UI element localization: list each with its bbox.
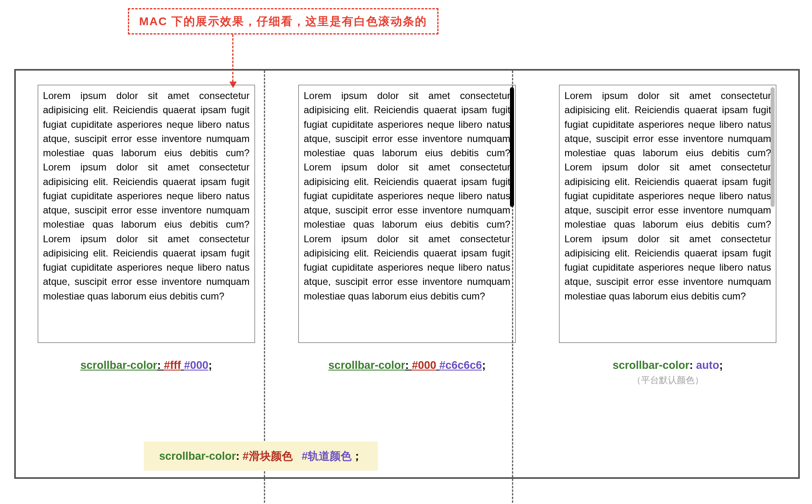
demo-text: Lorem ipsum dolor sit amet consectetur a… (43, 88, 250, 339)
scrollbar-thumb-icon[interactable] (771, 87, 775, 207)
scroll-demo-box[interactable]: Lorem ipsum dolor sit amet consectetur a… (559, 85, 776, 343)
css-label: scrollbar-color: #000 #c6c6c6; (328, 359, 486, 372)
demo-column-1: Lorem ipsum dolor sit amet consectetur a… (16, 71, 276, 477)
colon: : (689, 359, 696, 371)
legend-box: scrollbar-color: #滑块颜色 #轨道颜色； (144, 442, 378, 471)
columns-row: Lorem ipsum dolor sit amet consectetur a… (16, 71, 798, 477)
legend-thumb: #滑块颜色 (243, 450, 293, 462)
legend-track: #轨道颜色 (302, 450, 352, 462)
callout-annotation: MAC 下的展示效果，仔细看，这里是有白色滚动条的 (128, 8, 438, 34)
demo-column-2: Lorem ipsum dolor sit amet consectetur a… (276, 71, 537, 477)
css-property: scrollbar-color (328, 359, 405, 371)
column-divider (264, 71, 265, 504)
legend-semicolon: ； (352, 450, 363, 462)
css-value-track: #000 (184, 359, 208, 371)
css-value-thumb: #000 (412, 359, 436, 371)
demo-text: Lorem ipsum dolor sit amet consectetur a… (304, 88, 510, 339)
css-value-thumb: #fff (164, 359, 181, 371)
scroll-demo-box[interactable]: Lorem ipsum dolor sit amet consectetur a… (38, 85, 255, 343)
css-property: scrollbar-color (80, 359, 157, 371)
demo-column-3: Lorem ipsum dolor sit amet consectetur a… (538, 71, 798, 477)
legend-property: scrollbar-color (159, 450, 236, 462)
scroll-demo-box[interactable]: Lorem ipsum dolor sit amet consectetur a… (298, 85, 516, 343)
css-label: scrollbar-color: #fff #000; (80, 359, 212, 372)
semicolon: ; (719, 359, 723, 371)
callout-text: MAC 下的展示效果，仔细看，这里是有白色滚动条的 (139, 14, 428, 29)
css-subnote: （平台默认颜色） (632, 374, 704, 386)
colon: : (405, 359, 412, 371)
demo-container: Lorem ipsum dolor sit amet consectetur a… (14, 69, 800, 479)
scrollbar-thumb-icon[interactable] (510, 87, 514, 207)
demo-text: Lorem ipsum dolor sit amet consectetur a… (564, 88, 771, 339)
css-value-auto: auto (696, 359, 719, 371)
css-property: scrollbar-color (613, 359, 689, 371)
semicolon: ; (482, 359, 486, 371)
css-value-track: #c6c6c6 (439, 359, 482, 371)
css-label: scrollbar-color: auto; (613, 359, 723, 372)
colon: : (157, 359, 164, 371)
semicolon: ; (208, 359, 212, 371)
